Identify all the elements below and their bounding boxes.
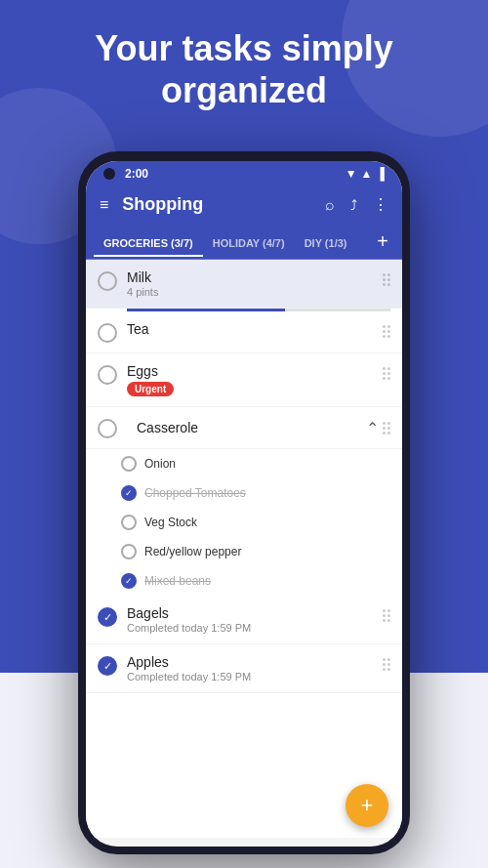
sub-title-pepper: Red/yellow pepper: [144, 545, 241, 558]
task-radio-eggs[interactable]: [98, 365, 117, 385]
drag-handle-bagels[interactable]: [379, 605, 394, 626]
casserole-header: Casserole ⌃: [86, 407, 402, 449]
task-item-milk: Milk 4 pints: [86, 260, 402, 309]
task-subtitle-milk: 4 pints: [127, 286, 379, 298]
menu-icon[interactable]: ≡: [100, 196, 108, 214]
drag-handle-milk[interactable]: [379, 269, 394, 290]
tab-bar: GROCERIES (3/7) HOLIDAY (4/7) DIY (1/3) …: [86, 225, 402, 260]
task-subtitle-apples: Completed today 1:59 PM: [127, 671, 379, 682]
sub-radio-tomatoes[interactable]: ✓: [121, 485, 137, 501]
tab-groceries[interactable]: GROCERIES (3/7): [94, 227, 203, 257]
status-icons: ▼ ▲ ▐: [346, 167, 385, 181]
casserole-title: Casserole: [137, 420, 366, 435]
camera-dot: [103, 168, 115, 180]
task-content-apples: Apples Completed today 1:59 PM: [127, 654, 379, 682]
task-title-bagels: Bagels: [127, 605, 379, 621]
urgent-badge: Urgent: [127, 382, 174, 396]
sub-radio-pepper[interactable]: [121, 544, 137, 559]
task-content-tea: Tea: [127, 321, 379, 337]
tab-holiday[interactable]: HOLIDAY (4/7): [203, 227, 295, 257]
search-icon[interactable]: ⌕: [325, 196, 335, 214]
hero-section: Your tasks simply organized: [0, 27, 488, 111]
phone-screen: 2:00 ▼ ▲ ▐ ≡ Shopping ⌕ ⤴ ⋮ GROCERIES (3…: [86, 161, 402, 847]
more-icon[interactable]: ⋮: [373, 195, 388, 214]
hero-line1: Your tasks simply: [95, 28, 392, 68]
sub-item-vegstock: Veg Stock: [86, 508, 402, 537]
status-bar: 2:00 ▼ ▲ ▐: [86, 161, 402, 185]
tab-diy[interactable]: DIY (1/3): [295, 227, 357, 257]
phone-mockup: 2:00 ▼ ▲ ▐ ≡ Shopping ⌕ ⤴ ⋮ GROCERIES (3…: [78, 151, 410, 854]
sub-item-tomatoes: ✓ Chopped Tomatoes: [86, 478, 402, 508]
task-item-bagels: ✓ Bagels Completed today 1:59 PM: [86, 596, 402, 644]
task-title-eggs: Eggs: [127, 363, 379, 379]
signal-icon: ▼: [346, 167, 357, 181]
task-item-eggs: Eggs Urgent: [86, 353, 402, 407]
task-content-milk: Milk 4 pints: [127, 269, 379, 298]
task-item-tea: Tea: [86, 311, 402, 353]
task-subtitle-bagels: Completed today 1:59 PM: [127, 622, 379, 634]
share-icon[interactable]: ⤴: [350, 197, 357, 213]
task-item-apples: ✓ Apples Completed today 1:59 PM: [86, 644, 402, 693]
app-bar-icons: ⌕ ⤴ ⋮: [325, 195, 388, 214]
task-radio-milk[interactable]: [98, 271, 117, 291]
task-radio-bagels[interactable]: ✓: [98, 607, 117, 627]
drag-handle-eggs[interactable]: [379, 363, 394, 384]
drag-handle-casserole[interactable]: [379, 418, 394, 438]
battery-icon: ▐: [376, 167, 385, 181]
task-content-bagels: Bagels Completed today 1:59 PM: [127, 605, 379, 634]
task-list: Milk 4 pints Tea: [86, 260, 402, 838]
sub-item-onion: Onion: [86, 449, 402, 478]
sub-radio-onion[interactable]: [121, 456, 137, 472]
fab-button[interactable]: +: [346, 784, 388, 827]
task-content-eggs: Eggs Urgent: [127, 363, 379, 396]
sub-title-tomatoes: Chopped Tomatoes: [144, 486, 246, 500]
add-tab-button[interactable]: +: [371, 225, 394, 259]
task-title-tea: Tea: [127, 321, 379, 337]
task-radio-tea[interactable]: [98, 323, 117, 343]
collapse-button[interactable]: ⌃: [366, 419, 379, 437]
task-title-milk: Milk: [127, 269, 379, 285]
hero-line2: organized: [161, 70, 327, 110]
task-title-apples: Apples: [127, 654, 379, 670]
task-radio-casserole[interactable]: [98, 419, 117, 438]
sub-title-vegstock: Veg Stock: [144, 516, 197, 529]
drag-handle-apples[interactable]: [379, 654, 394, 675]
sub-radio-beans[interactable]: ✓: [121, 573, 137, 589]
sub-item-beans: ✓ Mixed beans: [86, 566, 402, 596]
app-title: Shopping: [122, 194, 325, 215]
drag-handle-tea[interactable]: [379, 321, 394, 342]
sub-item-pepper: Red/yellow pepper: [86, 537, 402, 566]
task-radio-apples[interactable]: ✓: [98, 656, 117, 676]
sub-title-onion: Onion: [144, 457, 176, 471]
status-time: 2:00: [125, 167, 148, 181]
wifi-icon: ▲: [361, 167, 373, 181]
sub-title-beans: Mixed beans: [144, 574, 211, 588]
task-item-casserole: Casserole ⌃ Onion ✓ Chopped Tomatoes: [86, 407, 402, 596]
sub-radio-vegstock[interactable]: [121, 515, 137, 530]
app-bar: ≡ Shopping ⌕ ⤴ ⋮: [86, 185, 402, 225]
